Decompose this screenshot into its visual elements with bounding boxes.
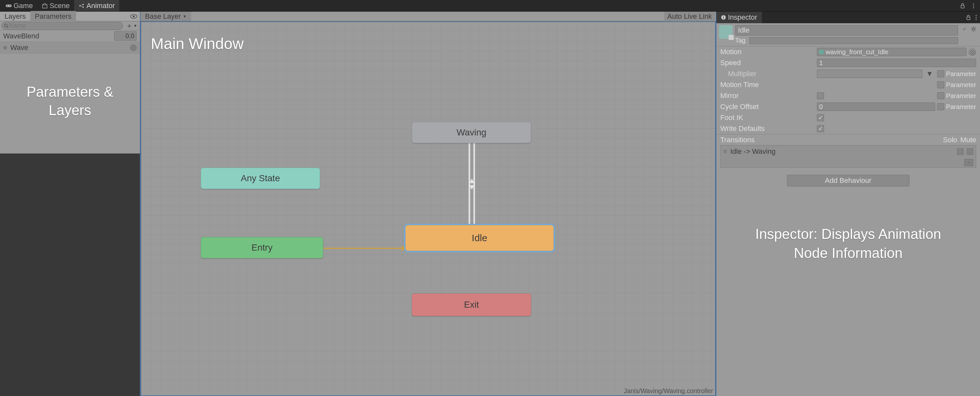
- svg-point-2: [10, 5, 11, 6]
- prop-cycle-offset: Cycle Offset Parameter: [716, 101, 980, 112]
- svg-line-9: [81, 5, 83, 6]
- parameter-name: WaveBlend: [3, 32, 114, 40]
- cycle-offset-parameter-checkbox[interactable]: [937, 103, 944, 110]
- svg-line-18: [7, 27, 8, 28]
- remove-transition-button[interactable]: −: [964, 159, 973, 166]
- transitions-header: Transitions Solo Mute: [716, 134, 980, 145]
- tab-scene[interactable]: Scene: [37, 0, 74, 11]
- auto-live-link-toggle[interactable]: Auto Live Link: [664, 11, 715, 21]
- state-node-idle[interactable]: Idle: [406, 225, 554, 251]
- trigger-toggle[interactable]: [130, 45, 137, 51]
- animator-graph-area: Base Layer ▼ Auto Live Link Main Window …: [140, 11, 716, 396]
- prop-write-defaults: Write Defaults ✓: [716, 123, 980, 134]
- controller-path: Janis/Waving/Waving.controller: [624, 387, 713, 395]
- speed-input[interactable]: [817, 59, 976, 67]
- mirror-checkbox[interactable]: [817, 92, 824, 99]
- svg-point-8: [83, 6, 84, 8]
- main-columns: Layers Parameters ＋▼ WaveBlend 0: [0, 11, 980, 396]
- tab-game[interactable]: Game: [1, 0, 37, 11]
- tag-input[interactable]: [749, 37, 958, 44]
- add-parameter-button[interactable]: ＋▼: [124, 21, 138, 30]
- kebab-icon[interactable]: [972, 14, 980, 21]
- empty-dock-area: [0, 153, 140, 396]
- parameters-panel: Layers Parameters ＋▼ WaveBlend 0: [0, 11, 140, 396]
- prop-foot-ik: Foot IK ✓: [716, 112, 980, 123]
- tag-label: Tag: [735, 37, 747, 44]
- animation-clip-icon: [819, 50, 824, 54]
- tabstrip-right-controls: [959, 2, 980, 10]
- svg-point-1: [7, 5, 8, 6]
- parameter-search-input[interactable]: [1, 22, 123, 30]
- annotation-overlay: Main Window: [151, 35, 243, 53]
- write-defaults-checkbox[interactable]: ✓: [817, 125, 824, 132]
- parameter-search-row: ＋▼: [0, 21, 140, 30]
- add-behaviour-button[interactable]: Add Behaviour: [787, 175, 909, 187]
- search-icon: [4, 24, 8, 28]
- state-node-waving[interactable]: Waving: [412, 122, 531, 143]
- solo-checkbox[interactable]: [957, 148, 964, 155]
- transition-item[interactable]: ≡ Idle -> Waving: [721, 145, 976, 158]
- multiplier-parameter-checkbox[interactable]: [937, 70, 944, 77]
- svg-point-17: [5, 24, 7, 27]
- foot-ik-checkbox[interactable]: ✓: [817, 114, 824, 121]
- breadcrumb[interactable]: Base Layer ▼: [140, 11, 191, 21]
- kebab-icon[interactable]: [970, 2, 977, 10]
- svg-rect-11: [961, 5, 964, 8]
- svg-point-26: [973, 28, 975, 30]
- svg-line-33: [972, 30, 972, 31]
- lock-icon[interactable]: [964, 14, 972, 21]
- inspector-header: Tag ⤢: [716, 23, 980, 46]
- parameter-value[interactable]: 0.0: [114, 31, 137, 41]
- object-picker-button[interactable]: ◎: [969, 48, 976, 56]
- prop-multiplier: Multiplier ▼ Parameter: [716, 69, 980, 79]
- tab-parameters[interactable]: Parameters: [30, 11, 76, 22]
- cycle-offset-input[interactable]: [817, 102, 935, 111]
- mirror-parameter-checkbox[interactable]: [937, 92, 944, 99]
- bullet-icon: [3, 46, 7, 50]
- state-node-exit[interactable]: Exit: [412, 294, 531, 316]
- inspector-panel: Inspector Tag: [716, 11, 980, 396]
- state-name-input[interactable]: [735, 25, 958, 35]
- drag-handle-icon[interactable]: ≡: [723, 147, 728, 156]
- lock-icon[interactable]: [959, 2, 966, 10]
- tab-layers[interactable]: Layers: [0, 11, 30, 22]
- chevron-down-icon[interactable]: ▼: [924, 70, 935, 78]
- state-node-entry[interactable]: Entry: [201, 237, 323, 258]
- state-machine-graph[interactable]: Main Window Waving Any State Idle Entry …: [140, 21, 716, 396]
- svg-rect-3: [43, 5, 47, 8]
- game-icon: [6, 3, 11, 9]
- tab-inspector[interactable]: Inspector: [716, 11, 762, 23]
- app-root: Game Scene Animator: [0, 0, 980, 396]
- motion-time-parameter-checkbox[interactable]: [937, 81, 944, 88]
- left-sub-tabs: Layers Parameters: [0, 11, 140, 21]
- mute-checkbox[interactable]: [967, 148, 973, 155]
- svg-point-16: [133, 16, 135, 18]
- annotation-overlay: Parameters & Layers: [0, 83, 140, 119]
- parameter-row[interactable]: Wave: [0, 42, 140, 54]
- tab-label: Game: [14, 2, 33, 10]
- state-node-anystate[interactable]: Any State: [201, 168, 320, 189]
- svg-point-23: [975, 15, 977, 16]
- svg-point-25: [975, 19, 977, 20]
- svg-rect-20: [723, 17, 724, 19]
- prop-mirror: Mirror Parameter: [716, 90, 980, 101]
- svg-rect-22: [967, 17, 970, 20]
- tab-animator[interactable]: Animator: [74, 0, 119, 11]
- svg-line-31: [972, 27, 972, 28]
- prop-speed: Speed: [716, 57, 980, 69]
- transition-idle-waving[interactable]: [469, 143, 475, 225]
- svg-line-34: [975, 27, 975, 28]
- open-prefab-icon[interactable]: ⤢: [961, 25, 969, 33]
- parameter-row[interactable]: WaveBlend 0.0: [0, 30, 140, 42]
- graph-toolbar: Base Layer ▼ Auto Live Link: [140, 11, 716, 21]
- svg-point-12: [973, 3, 974, 4]
- svg-point-13: [973, 5, 974, 6]
- motion-object-field[interactable]: waving_front_cut_Idle: [817, 48, 966, 56]
- prop-motion: Motion waving_front_cut_Idle ◎: [716, 46, 980, 57]
- transition-entry-to-idle[interactable]: [323, 248, 406, 249]
- state-icon: [719, 25, 732, 39]
- gear-icon[interactable]: [970, 25, 977, 33]
- visibility-icon[interactable]: [127, 14, 140, 19]
- info-icon: [721, 15, 726, 20]
- svg-point-7: [83, 4, 84, 5]
